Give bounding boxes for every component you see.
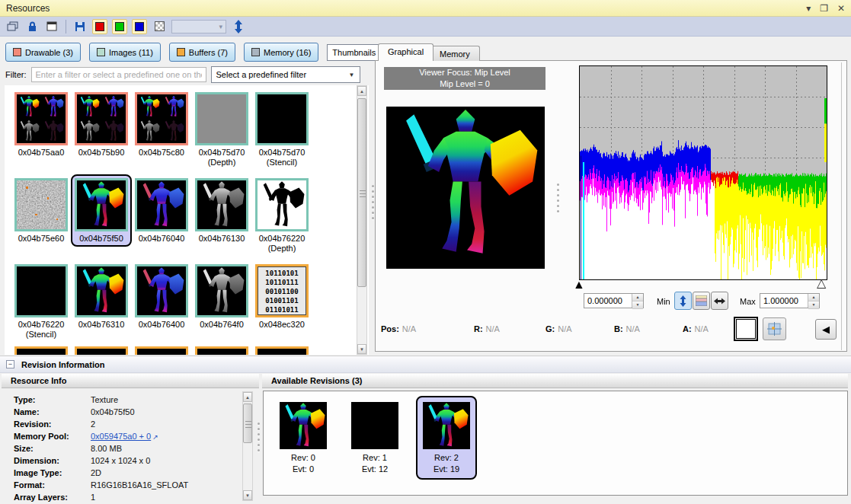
texture-thumbnail[interactable]	[135, 178, 188, 231]
texture-thumbnail[interactable]	[75, 264, 128, 317]
texture-thumbnail[interactable]	[75, 92, 128, 145]
float-window-icon[interactable]: ❐	[820, 4, 828, 13]
scroll-up-icon[interactable]: ▲	[357, 86, 366, 96]
field-value: 2	[91, 419, 95, 432]
thumbnail-item-partial[interactable]	[14, 346, 68, 355]
images-filter-button[interactable]: Images (11)	[89, 43, 161, 62]
thumbnail-item[interactable]: 0x04b76220(Stencil)	[11, 260, 71, 343]
thumbnail-item[interactable]: 0x04b76400	[131, 260, 191, 333]
channel-colors-button[interactable]	[693, 292, 710, 310]
revision-thumbnail[interactable]	[351, 402, 398, 449]
bottom-splitter-handle[interactable]	[256, 423, 261, 451]
close-icon[interactable]: ✕	[837, 4, 845, 13]
revision-information-bar[interactable]: − Revision Information	[0, 356, 851, 373]
zoom-level-combo[interactable]: ▾	[171, 20, 226, 33]
thumbnail-item-partial[interactable]	[255, 346, 309, 355]
resource-info-row: Name:0x04b75f50	[2, 407, 238, 419]
cascade-windows-icon[interactable]	[5, 19, 20, 34]
memory-filter-button[interactable]: Memory (16)	[244, 43, 318, 62]
thumbnail-item[interactable]: 0x04b75b90	[71, 88, 131, 161]
tab-graphical-label: Graphical	[388, 47, 424, 56]
thumbnail-item[interactable]: 0x04b75aa0	[11, 88, 71, 161]
histogram-fit-horizontal-button[interactable]	[711, 292, 728, 310]
memory-pool-link[interactable]: 0x059475a0 + 0	[91, 432, 151, 441]
thumbnail-item[interactable]: 1011010110110111001011000100110101101011…	[251, 260, 312, 333]
green-channel-icon[interactable]	[112, 19, 127, 34]
external-link-icon[interactable]: ↗	[152, 433, 158, 441]
texture-character-art	[197, 180, 246, 229]
texture-thumbnail[interactable]	[195, 92, 248, 145]
texture-thumbnail[interactable]: 1011010110110111001011000100110101101011	[255, 264, 309, 317]
scroll-up-icon[interactable]: ▲	[243, 392, 252, 402]
thumbnail-item[interactable]: 0x04b75e60	[11, 174, 71, 247]
spin-down-icon[interactable]: ▼	[632, 301, 643, 309]
texture-thumbnail[interactable]	[14, 178, 68, 231]
window-menu-icon[interactable]: ▾	[806, 4, 811, 13]
histogram-fit-vertical-button[interactable]	[674, 292, 692, 310]
thumbnail-scrollbar[interactable]: ▲ ▼	[357, 85, 367, 355]
filter-input[interactable]	[31, 67, 206, 82]
max-spinner[interactable]: 1.000000 ▲▼	[760, 293, 820, 308]
alpha-channel-icon[interactable]	[152, 19, 167, 34]
texture-thumbnail[interactable]	[14, 92, 68, 145]
revision-item[interactable]: Rev: 1Evt: 12	[344, 396, 405, 480]
thumbnail-item[interactable]: 0x04b76130	[191, 174, 251, 247]
drawable-filter-button[interactable]: Drawable (3)	[5, 43, 81, 62]
histogram-canvas[interactable]	[580, 66, 827, 279]
tab-graphical[interactable]: Graphical	[378, 43, 433, 61]
scroll-down-icon[interactable]: ▼	[243, 490, 252, 500]
spin-down-icon[interactable]: ▼	[808, 301, 819, 309]
min-marker-icon[interactable]: ▲	[573, 279, 585, 291]
revision-item[interactable]: Rev: 2Evt: 19	[416, 396, 477, 480]
thumbnail-item[interactable]: 0x04b76220(Depth)	[251, 174, 312, 257]
viewer-splitter-handle[interactable]	[555, 183, 560, 212]
save-icon[interactable]	[72, 19, 88, 34]
thumbnail-item[interactable]: 0x04b75c80	[131, 88, 191, 161]
collapse-icon[interactable]: −	[6, 360, 14, 368]
scrollbar-thumb[interactable]	[357, 98, 366, 287]
resource-info-scrollbar[interactable]: ▲ ▼	[242, 391, 253, 501]
texture-thumbnail[interactable]	[135, 92, 188, 145]
max-marker-icon[interactable]: △	[817, 277, 826, 289]
thumbnail-item-partial[interactable]	[75, 346, 128, 355]
filter-row: Filter: Select a predefined filter ▼	[5, 66, 360, 83]
thumbnail-item-partial[interactable]	[135, 346, 188, 355]
thumbnail-item[interactable]: 0x04b76040	[131, 174, 191, 247]
field-value: Texture	[91, 395, 118, 407]
noise-texture-art	[17, 180, 66, 229]
thumbnail-item[interactable]: 0x04b75d70(Stencil)	[251, 88, 312, 171]
texture-thumbnail[interactable]	[14, 264, 68, 317]
texture-thumbnail[interactable]	[75, 178, 128, 231]
tab-memory[interactable]: Memory	[430, 46, 480, 61]
new-window-icon[interactable]	[44, 19, 59, 34]
revision-thumbnail[interactable]	[423, 402, 470, 449]
blue-channel-icon[interactable]	[132, 19, 147, 34]
revision-item[interactable]: Rev: 0Evt: 0	[273, 396, 334, 480]
thumbnail-item[interactable]: 0x04b75d70(Depth)	[191, 88, 251, 171]
buffers-filter-button[interactable]: Buffers (7)	[169, 43, 235, 62]
texture-thumbnail[interactable]	[195, 264, 248, 317]
thumbnail-item[interactable]: 0x04b76310	[71, 260, 131, 333]
texture-character-art	[258, 180, 306, 229]
thumbnail-item-partial[interactable]	[195, 346, 248, 355]
fit-vertical-icon[interactable]	[231, 19, 246, 34]
texture-thumbnail[interactable]	[255, 178, 309, 231]
spin-up-icon[interactable]: ▲	[632, 294, 643, 301]
thumbnail-item[interactable]: 0x04b75f50	[71, 174, 131, 247]
texture-thumbnail[interactable]	[195, 178, 248, 231]
min-spinner[interactable]: 0.000000 ▲▼	[584, 293, 644, 308]
background-color-button[interactable]	[734, 317, 758, 341]
scrollbar-thumb[interactable]	[243, 404, 252, 443]
texture-thumbnail[interactable]	[135, 264, 188, 317]
collapse-side-button[interactable]: ◀	[815, 319, 837, 340]
scroll-down-icon[interactable]: ▼	[357, 344, 366, 354]
thumbnail-item[interactable]: 0x04b764f0	[191, 260, 251, 333]
texture-viewer[interactable]	[386, 107, 545, 269]
predefined-filter-select[interactable]: Select a predefined filter ▼	[211, 66, 360, 83]
spin-up-icon[interactable]: ▲	[808, 294, 819, 301]
lock-icon[interactable]	[24, 19, 40, 34]
revision-thumbnail[interactable]	[280, 402, 327, 449]
reset-view-button[interactable]	[763, 317, 786, 340]
red-channel-icon[interactable]	[92, 19, 107, 34]
texture-thumbnail[interactable]	[255, 92, 309, 145]
